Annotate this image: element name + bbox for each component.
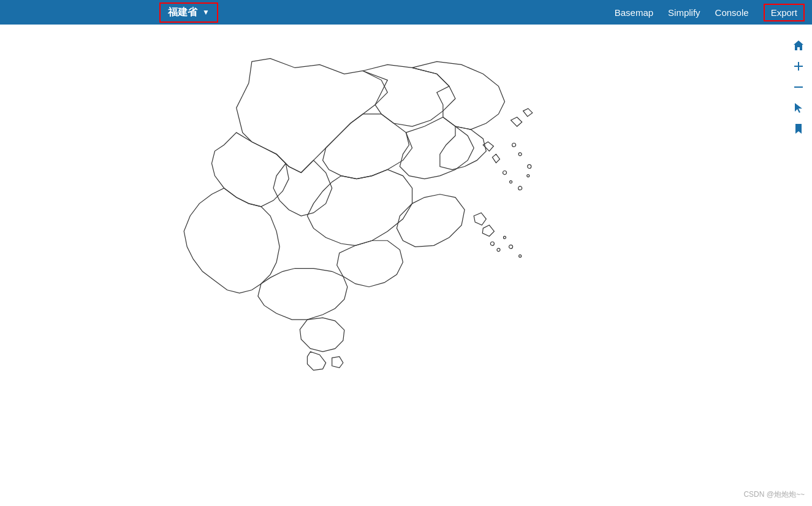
watermark: CSDN @炮炮炮~~ bbox=[743, 489, 805, 500]
svg-rect-14 bbox=[794, 86, 803, 88]
svg-point-7 bbox=[490, 242, 494, 245]
svg-point-2 bbox=[528, 164, 531, 168]
svg-rect-13 bbox=[794, 66, 803, 67]
svg-point-1 bbox=[518, 153, 522, 156]
dropdown-arrow-icon: ▼ bbox=[202, 8, 210, 17]
zoom-out-button[interactable] bbox=[790, 79, 807, 96]
nav-links: Basemap Simplify Console Export bbox=[615, 4, 812, 21]
basemap-link[interactable]: Basemap bbox=[615, 7, 653, 18]
cursor-button[interactable] bbox=[790, 99, 807, 117]
map-area bbox=[0, 25, 812, 506]
region-label: 福建省 bbox=[168, 6, 197, 19]
svg-point-9 bbox=[504, 236, 506, 239]
zoom-in-button[interactable] bbox=[790, 58, 807, 75]
map-svg bbox=[0, 25, 812, 506]
console-link[interactable]: Console bbox=[715, 7, 749, 18]
svg-point-5 bbox=[518, 186, 522, 190]
svg-point-0 bbox=[512, 143, 516, 147]
right-toolbar bbox=[790, 37, 807, 137]
region-selector[interactable]: 福建省 ▼ bbox=[159, 2, 218, 23]
header: 福建省 ▼ Basemap Simplify Console Export bbox=[0, 0, 812, 25]
svg-point-4 bbox=[510, 181, 512, 183]
bookmark-button[interactable] bbox=[790, 120, 807, 137]
svg-point-8 bbox=[497, 248, 500, 251]
home-button[interactable] bbox=[790, 37, 807, 54]
svg-point-10 bbox=[509, 245, 513, 248]
svg-point-3 bbox=[503, 171, 507, 175]
export-button[interactable]: Export bbox=[764, 4, 805, 21]
simplify-link[interactable]: Simplify bbox=[668, 7, 700, 18]
svg-point-11 bbox=[519, 255, 522, 257]
svg-point-6 bbox=[527, 175, 529, 177]
